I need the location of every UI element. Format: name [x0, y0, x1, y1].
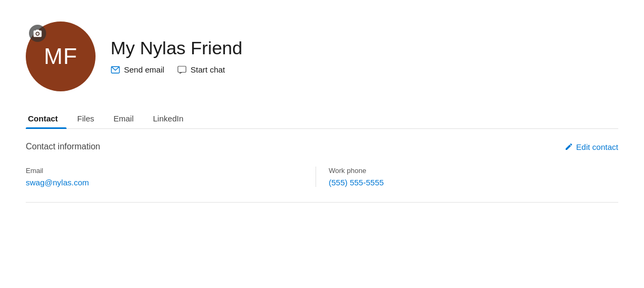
- start-chat-button[interactable]: Start chat: [177, 64, 225, 76]
- tab-linkedin[interactable]: LinkedIn: [151, 109, 192, 128]
- profile-actions: Send email Start chat: [111, 64, 243, 76]
- tabs-container: Contact Files Email LinkedIn: [26, 109, 618, 129]
- edit-contact-label: Edit contact: [576, 142, 618, 152]
- contact-divider: [26, 202, 618, 203]
- send-email-button[interactable]: Send email: [111, 64, 164, 76]
- profile-header: MF My Nylas Friend Send email: [26, 21, 618, 91]
- avatar-wrapper: MF: [26, 21, 96, 91]
- camera-icon[interactable]: [29, 25, 46, 42]
- start-chat-label: Start chat: [191, 65, 225, 74]
- tab-contact[interactable]: Contact: [26, 109, 67, 128]
- profile-name: My Nylas Friend: [111, 38, 243, 59]
- tab-files[interactable]: Files: [75, 109, 103, 128]
- avatar-initials: MF: [44, 44, 78, 69]
- page-container: MF My Nylas Friend Send email: [0, 0, 644, 203]
- contact-section: Contact information Edit contact Email s…: [26, 129, 618, 203]
- edit-icon: [565, 142, 573, 151]
- edit-contact-button[interactable]: Edit contact: [565, 142, 618, 152]
- phone-field-container: Work phone (555) 555-5555: [329, 167, 619, 187]
- email-icon: [111, 65, 120, 75]
- contact-section-header: Contact information Edit contact: [26, 142, 618, 152]
- email-field-value[interactable]: swag@nylas.com: [26, 178, 303, 187]
- tab-email[interactable]: Email: [112, 109, 143, 128]
- email-field-container: Email swag@nylas.com: [26, 167, 316, 187]
- section-title: Contact information: [26, 142, 100, 152]
- email-field-label: Email: [26, 167, 303, 175]
- svg-rect-1: [178, 66, 186, 72]
- phone-field-label: Work phone: [329, 167, 606, 175]
- send-email-label: Send email: [124, 65, 164, 74]
- chat-icon: [177, 65, 187, 75]
- contact-fields: Email swag@nylas.com Work phone (555) 55…: [26, 167, 618, 187]
- profile-info: My Nylas Friend Send email: [111, 38, 243, 76]
- phone-field-value[interactable]: (555) 555-5555: [329, 178, 606, 187]
